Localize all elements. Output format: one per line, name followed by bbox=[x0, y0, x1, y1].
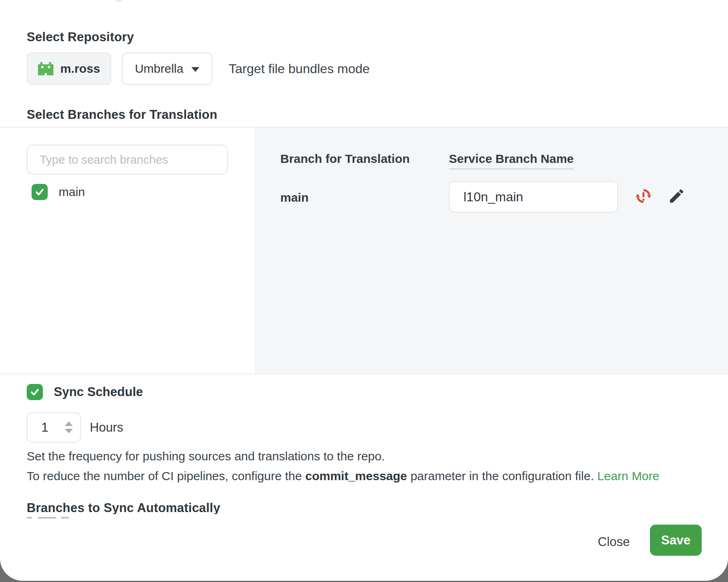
stepper-up-icon[interactable] bbox=[65, 422, 73, 426]
app-background: { "repository_section": { "heading": "Se… bbox=[0, 0, 728, 582]
frequency-stepper[interactable]: 1 bbox=[27, 412, 81, 443]
select-branches-heading: Select Branches for Translation bbox=[27, 108, 217, 122]
repository-chip-button[interactable]: m.ross bbox=[27, 53, 111, 85]
clipped-content-fragment bbox=[38, 517, 56, 519]
column-header-service-branch: Service Branch Name bbox=[449, 152, 574, 169]
branch-checkbox-label: main bbox=[59, 185, 85, 199]
branch-row-name: main bbox=[280, 191, 309, 205]
repository-name: m.ross bbox=[60, 62, 100, 76]
pixel-avatar-icon bbox=[38, 61, 53, 76]
ci-note-suffix: parameter in the configuration file. bbox=[407, 469, 597, 483]
checkmark-icon bbox=[29, 386, 40, 398]
frequency-unit-label: Hours bbox=[90, 420, 123, 435]
sync-schedule-checkbox-row[interactable]: Sync Schedule bbox=[27, 384, 143, 400]
learn-more-link[interactable]: Learn More bbox=[597, 469, 659, 483]
checkbox-checked-icon[interactable] bbox=[27, 384, 43, 400]
ci-pipelines-note: To reduce the number of CI pipelines, co… bbox=[27, 469, 659, 483]
frequency-description: Set the frequency for pushing sources an… bbox=[27, 449, 385, 463]
integration-settings-modal: Select Repository m.ross Umbrella Target… bbox=[0, 0, 728, 581]
clipped-top-element bbox=[116, 0, 122, 2]
commit-message-param: commit_message bbox=[305, 469, 407, 483]
close-button[interactable]: Close bbox=[591, 531, 636, 552]
bundles-mode-label: Target file bundles mode bbox=[229, 61, 370, 76]
project-dropdown[interactable]: Umbrella bbox=[122, 53, 212, 85]
branch-checkbox-row[interactable]: main bbox=[32, 184, 85, 200]
search-branches-input[interactable] bbox=[27, 145, 228, 175]
frequency-value: 1 bbox=[41, 420, 49, 435]
sync-schedule-label: Sync Schedule bbox=[54, 385, 143, 399]
sync-problem-icon[interactable] bbox=[635, 188, 652, 205]
chevron-down-icon bbox=[191, 67, 199, 72]
clipped-content-fragment bbox=[27, 517, 32, 519]
save-button[interactable]: Save bbox=[650, 525, 702, 556]
auto-sync-heading-clip: Branches to Sync Automatically bbox=[27, 500, 269, 514]
stepper-arrows-icon[interactable] bbox=[65, 422, 73, 433]
ci-note-prefix: To reduce the number of CI pipelines, co… bbox=[27, 469, 305, 483]
checkbox-checked-icon[interactable] bbox=[32, 184, 48, 200]
repository-row: m.ross Umbrella Target file bundles mode bbox=[27, 53, 370, 85]
stepper-down-icon[interactable] bbox=[65, 429, 73, 433]
project-dropdown-value: Umbrella bbox=[135, 62, 183, 76]
clipped-content-fragment bbox=[61, 517, 69, 519]
service-branch-name-input[interactable] bbox=[449, 181, 618, 213]
pencil-icon[interactable] bbox=[667, 187, 686, 205]
section-divider-bottom bbox=[0, 373, 728, 374]
branches-auto-sync-heading: Branches to Sync Automatically bbox=[27, 500, 269, 514]
select-repository-heading: Select Repository bbox=[27, 30, 134, 44]
column-header-branch: Branch for Translation bbox=[280, 152, 410, 166]
checkmark-icon bbox=[34, 186, 45, 198]
